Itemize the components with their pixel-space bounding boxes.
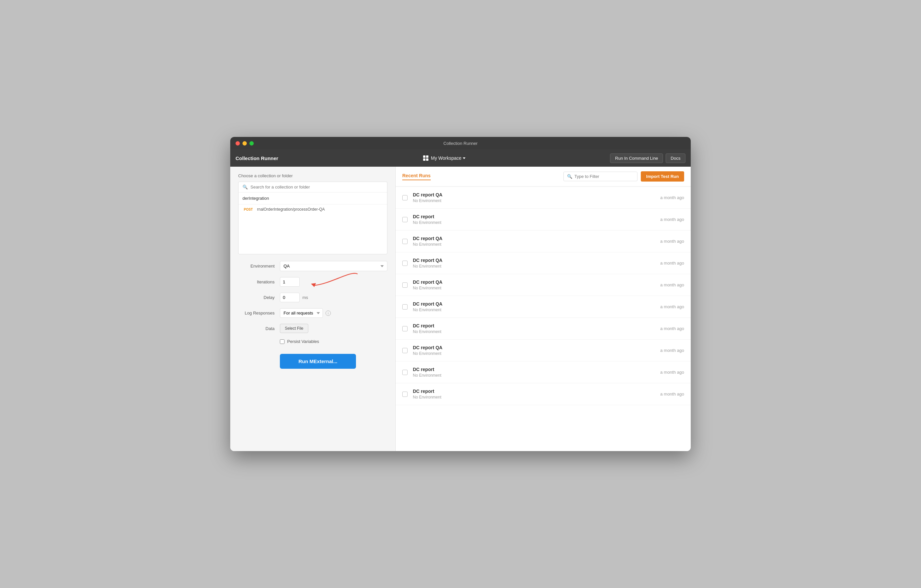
run-info: DC report QA No Environment — [413, 345, 655, 356]
run-name: DC report — [413, 214, 655, 219]
run-name: DC report QA — [413, 345, 655, 350]
run-info: DC report QA No Environment — [413, 279, 655, 290]
choose-label: Choose a collection or folder — [238, 173, 387, 178]
run-list-item[interactable]: DC report QA No Environment a month ago — [395, 231, 691, 252]
app-window: Collection Runner Collection Runner My W… — [230, 137, 691, 451]
log-responses-label: Log Responses — [238, 310, 275, 315]
left-panel: Choose a collection or folder 🔍 derInteg… — [230, 167, 395, 451]
workspace-dropdown[interactable]: My Workspace — [431, 156, 465, 161]
run-checkbox[interactable] — [402, 283, 408, 288]
sub-item-name: rnalOrderIntegration/processOrder-QA — [257, 207, 325, 212]
run-info: DC report No Environment — [413, 367, 655, 378]
select-file-button[interactable]: Select File — [280, 324, 308, 333]
run-checkbox[interactable] — [402, 391, 408, 397]
arrow-annotation — [304, 267, 364, 294]
persist-variables-label: Persist Variables — [287, 339, 319, 344]
environment-label: Environment — [238, 263, 275, 268]
run-info: DC report No Environment — [413, 323, 655, 334]
workspace-grid-icon — [423, 156, 428, 161]
run-time: a month ago — [660, 348, 684, 353]
run-list-item[interactable]: DC report No Environment a month ago — [395, 209, 691, 231]
run-info: DC report QA No Environment — [413, 301, 655, 312]
right-panel: Recent Runs 🔍 Import Test Run DC report … — [395, 167, 691, 451]
filter-area: 🔍 Import Test Run — [563, 171, 684, 182]
svg-marker-0 — [311, 283, 316, 287]
run-name: DC report QA — [413, 236, 655, 241]
filter-input-wrap: 🔍 — [563, 172, 638, 181]
sub-request-item[interactable]: POST rnalOrderIntegration/processOrder-Q… — [239, 205, 387, 214]
run-list-item[interactable]: DC report No Environment a month ago — [395, 383, 691, 405]
log-responses-row: Log Responses For all requests i — [238, 308, 387, 318]
run-checkbox[interactable] — [402, 348, 408, 353]
run-checkbox[interactable] — [402, 326, 408, 331]
run-name: DC report — [413, 388, 655, 394]
run-checkbox[interactable] — [402, 195, 408, 200]
run-env: No Environment — [413, 330, 655, 334]
run-env: No Environment — [413, 264, 655, 268]
data-label: Data — [238, 326, 275, 331]
run-env: No Environment — [413, 220, 655, 225]
run-checkbox[interactable] — [402, 217, 408, 222]
run-list-item[interactable]: DC report QA No Environment a month ago — [395, 252, 691, 274]
run-info: DC report QA No Environment — [413, 236, 655, 247]
docs-button[interactable]: Docs — [666, 153, 685, 163]
collection-box: 🔍 derIntegration POST rnalOrderIntegrati… — [238, 182, 387, 254]
search-input[interactable] — [251, 185, 383, 190]
run-env: No Environment — [413, 395, 655, 400]
run-name: DC report QA — [413, 279, 655, 285]
run-env: No Environment — [413, 286, 655, 290]
run-checkbox[interactable] — [402, 261, 408, 266]
run-button-label: Run MExternal... — [298, 359, 337, 364]
run-time: a month ago — [660, 391, 684, 396]
collection-folder-item[interactable]: derIntegration — [239, 192, 387, 205]
titlebar: Collection Runner — [230, 137, 691, 149]
run-list-item[interactable]: DC report No Environment a month ago — [395, 318, 691, 339]
traffic-lights — [236, 141, 254, 146]
close-button[interactable] — [236, 141, 240, 146]
minimize-button[interactable] — [242, 141, 247, 146]
main-content: Choose a collection or folder 🔍 derInteg… — [230, 167, 691, 451]
iterations-input[interactable] — [280, 277, 300, 287]
toolbar: Collection Runner My Workspace Run In Co… — [230, 149, 691, 167]
run-checkbox[interactable] — [402, 239, 408, 244]
maximize-button[interactable] — [249, 141, 254, 146]
delay-input[interactable] — [280, 293, 300, 302]
filter-input[interactable] — [574, 174, 634, 179]
environment-select[interactable]: QA — [280, 261, 387, 271]
delay-row: Delay ms — [238, 293, 387, 302]
right-header: Recent Runs 🔍 Import Test Run — [395, 167, 691, 187]
run-name: DC report QA — [413, 301, 655, 307]
run-info: DC report No Environment — [413, 388, 655, 400]
run-button[interactable]: Run MExternal... — [280, 354, 356, 369]
iterations-row: Iterations — [238, 277, 387, 287]
workspace-area: My Workspace — [423, 156, 465, 161]
run-time: a month ago — [660, 304, 684, 309]
run-env: No Environment — [413, 351, 655, 356]
import-test-run-button[interactable]: Import Test Run — [641, 171, 684, 182]
persist-variables-checkbox[interactable] — [280, 339, 285, 344]
log-select-wrap: For all requests i — [280, 308, 331, 318]
collection-list: derIntegration POST rnalOrderIntegration… — [239, 192, 387, 214]
log-responses-select[interactable]: For all requests — [280, 308, 323, 318]
run-list-item[interactable]: DC report QA No Environment a month ago — [395, 296, 691, 318]
environment-row: Environment QA — [238, 261, 387, 271]
run-time: a month ago — [660, 261, 684, 266]
recent-runs-tab[interactable]: Recent Runs — [402, 173, 431, 180]
info-icon[interactable]: i — [325, 310, 331, 316]
app-name: Collection Runner — [236, 156, 278, 161]
run-checkbox[interactable] — [402, 304, 408, 310]
run-in-command-line-button[interactable]: Run In Command Line — [610, 153, 663, 163]
run-time: a month ago — [660, 239, 684, 244]
run-time: a month ago — [660, 195, 684, 200]
run-list-item[interactable]: DC report QA No Environment a month ago — [395, 187, 691, 209]
run-list-item[interactable]: DC report No Environment a month ago — [395, 361, 691, 383]
titlebar-title: Collection Runner — [443, 141, 477, 146]
run-time: a month ago — [660, 283, 684, 288]
run-name: DC report — [413, 323, 655, 328]
method-badge: POST — [244, 208, 254, 211]
run-checkbox[interactable] — [402, 370, 408, 375]
runs-list: DC report QA No Environment a month ago … — [395, 187, 691, 451]
run-list-item[interactable]: DC report QA No Environment a month ago — [395, 274, 691, 296]
search-icon: 🔍 — [242, 185, 248, 190]
run-list-item[interactable]: DC report QA No Environment a month ago — [395, 339, 691, 361]
